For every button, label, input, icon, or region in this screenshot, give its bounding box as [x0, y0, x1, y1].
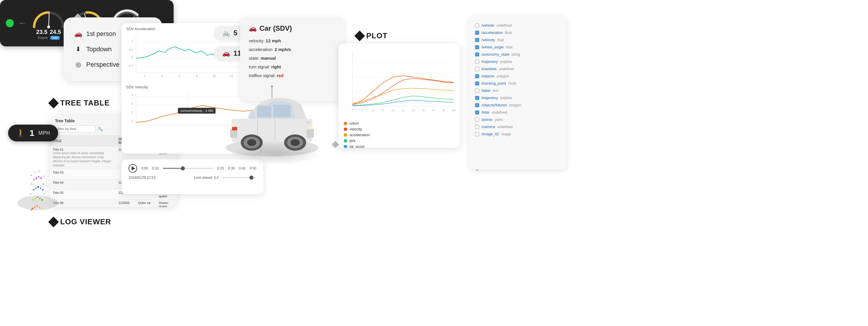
speed-value-bike: 5: [234, 29, 237, 37]
svg-text:35: 35: [422, 109, 425, 112]
svg-rect-76: [306, 121, 310, 124]
search-icon: 🔍: [98, 127, 103, 131]
svg-text:2: 2: [144, 75, 146, 78]
status-dot: [6, 19, 14, 27]
legend-label: jerk: [349, 138, 355, 143]
topic-type: point: [495, 118, 502, 122]
topic-item[interactable]: /image_02 image: [475, 130, 561, 138]
svg-point-9: [35, 198, 36, 199]
topic-item[interactable]: /velocity float: [475, 36, 561, 44]
log-viewer-section-label: LOG VIEWER: [50, 217, 111, 226]
topic-checkbox[interactable]: [475, 74, 479, 78]
plot-chart: 0 5 10 15 20 25 30 35 40 45 50s: [344, 48, 457, 118]
topdown-icon: ⬇: [74, 46, 82, 53]
play-button[interactable]: [128, 164, 137, 173]
plot-chart-card: 0 5 10 15 20 25 30 35 40 45 50s odomvelo…: [339, 44, 460, 148]
svg-text:45: 45: [442, 109, 445, 112]
lookahead-control: Look ahead: 4.0: [194, 175, 256, 180]
svg-point-3: [36, 205, 38, 207]
time-0: 0:00: [141, 166, 148, 170]
svg-text:15: 15: [381, 109, 384, 112]
svg-line-94: [49, 13, 49, 27]
tree-table-search-input[interactable]: [55, 126, 95, 132]
topic-item[interactable]: /label text: [475, 87, 561, 94]
legend-item: lat_accel: [344, 144, 455, 148]
svg-text:0: 0: [131, 120, 133, 123]
topic-checkbox[interactable]: [475, 81, 479, 85]
svg-point-17: [42, 189, 44, 191]
topic-type: float: [497, 38, 504, 42]
topic-checkbox[interactable]: [475, 52, 479, 56]
topic-checkbox[interactable]: [475, 132, 479, 136]
topic-checkbox[interactable]: [475, 31, 479, 35]
topic-checkbox[interactable]: [475, 45, 479, 49]
svg-point-19: [36, 178, 37, 179]
pedestrian-icon: 🚶: [16, 129, 26, 138]
topic-item[interactable]: /objects/futures polygon: [475, 102, 561, 109]
topic-item[interactable]: /points point: [475, 116, 561, 123]
topic-item[interactable]: /lidar undefined: [475, 109, 561, 116]
topic-item[interactable]: /objects polygon: [475, 73, 561, 80]
plot-legend: odomvelocityaccelerationjerklat_accel: [344, 121, 455, 148]
svg-point-26: [31, 175, 32, 176]
topic-type: undefined: [496, 24, 512, 28]
topic-name: /tracklets: [482, 66, 496, 71]
legend-label: velocity: [349, 127, 362, 131]
topic-checkbox[interactable]: [475, 118, 479, 122]
svg-point-25: [44, 194, 45, 195]
svg-text:6: 6: [131, 93, 133, 97]
arrow-icon: ←: [19, 19, 27, 28]
time-30: 0:30: [228, 166, 235, 170]
svg-text:2: 2: [131, 111, 133, 114]
topic-item[interactable]: /camera undefined: [475, 123, 561, 130]
svg-point-11: [39, 198, 41, 199]
time-40: 0:40: [239, 166, 245, 170]
topic-checkbox[interactable]: [475, 67, 479, 71]
svg-text:50s: 50s: [452, 109, 456, 112]
svg-point-4: [39, 207, 40, 208]
topic-name: /image_02: [482, 132, 499, 136]
topic-item[interactable]: /tracklets undefined: [475, 65, 561, 73]
timeline-bottom-row: 2019/01/29 12:53 Look ahead: 4.0: [128, 175, 256, 180]
lookahead-bar[interactable]: [222, 177, 256, 178]
topic-item[interactable]: /trajectory polyline: [475, 58, 561, 65]
svg-text:-0.5: -0.5: [128, 64, 133, 67]
svg-rect-72: [308, 126, 312, 130]
topic-item[interactable]: /wheel_angle float: [475, 44, 561, 51]
topic-checkbox[interactable]: [475, 89, 479, 93]
topic-checkbox[interactable]: [475, 38, 479, 42]
topic-list: /vehicle undefined /acceleration float /…: [475, 22, 561, 138]
svg-point-57: [187, 108, 189, 111]
topic-name: /autonomy_state: [482, 52, 509, 56]
svg-text:25: 25: [402, 109, 404, 112]
svg-point-29: [38, 170, 40, 172]
time-20: 0:20: [217, 166, 224, 170]
topic-checkbox[interactable]: [475, 103, 479, 107]
car-3d-visualization: [214, 66, 330, 159]
topic-item[interactable]: /trajectory polyline: [475, 94, 561, 102]
topic-checkbox[interactable]: [475, 125, 479, 129]
acceleration-row: acceleration: 2 mph/s: [249, 46, 336, 52]
legend-color: [344, 145, 347, 148]
speed-unit-ped: MPH: [38, 130, 50, 136]
timeline-card: 0:00 0:10 0:20 0:30 0:40 0:50 2019/01/29…: [122, 159, 263, 194]
plot-section-label: PLOT: [356, 31, 388, 40]
svg-text:10: 10: [371, 109, 374, 112]
topic-item[interactable]: /acceleration float: [475, 29, 561, 36]
topic-item[interactable]: /vehicle undefined: [475, 22, 561, 29]
topic-item[interactable]: /autonomy_state string: [475, 51, 561, 58]
timeline-progress-bar[interactable]: [163, 168, 213, 169]
svg-point-75: [271, 85, 273, 87]
topic-item[interactable]: /tracking_point circle: [475, 80, 561, 87]
topic-checkbox[interactable]: [475, 60, 479, 64]
view-label-topdown: Topdown: [86, 46, 112, 53]
topic-name: /wheel_angle: [482, 45, 504, 49]
topic-checkbox[interactable]: [475, 96, 479, 100]
topic-checkbox[interactable]: [475, 110, 479, 114]
svg-text:0.5: 0.5: [129, 48, 133, 52]
svg-text:0: 0: [351, 109, 353, 112]
svg-rect-60: [257, 106, 271, 117]
svg-text:0: 0: [131, 56, 133, 59]
topic-checkbox[interactable]: [475, 24, 479, 28]
bike-icon: 🚲: [222, 29, 230, 37]
